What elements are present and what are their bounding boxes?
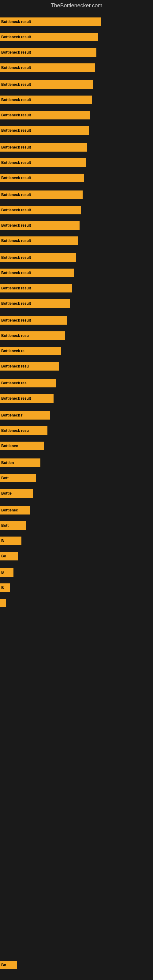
- bar-item: Bottleneck result: [0, 33, 98, 41]
- bar-item: Bottleneck resu: [0, 426, 48, 435]
- bar-item: Bottleneck result: [0, 253, 76, 262]
- bar-item: Bottleneck result: [0, 48, 96, 57]
- bar-item: Bottleneck result: [0, 173, 84, 182]
- bar-item: B: [0, 568, 13, 577]
- bar-item: Bottleneck re: [0, 347, 61, 355]
- bar-item: Bottleneck result: [0, 299, 70, 308]
- bar-item: Bottleneck result: [0, 394, 54, 403]
- bar-item: Bottleneck result: [0, 158, 86, 167]
- bar-item: Bottlenec: [0, 442, 44, 450]
- bar-item: B: [0, 584, 10, 592]
- bar-item: Bottleneck result: [0, 80, 93, 89]
- bar-item: Bott: [0, 474, 36, 482]
- bar-item: Bo: [0, 961, 17, 969]
- bar-item: Bottleneck result: [0, 316, 67, 325]
- bar-item: Bottleneck resu: [0, 331, 65, 340]
- bar-item: Bottleneck result: [0, 18, 101, 26]
- bar-item: [0, 599, 6, 607]
- bar-item: Bott: [0, 521, 26, 530]
- bar-item: Bo: [0, 552, 18, 560]
- bar-item: Bottleneck resu: [0, 362, 59, 371]
- bar-item: Bottleneck res: [0, 379, 56, 387]
- bar-item: Bottleneck result: [0, 126, 89, 135]
- chart-container: Bottleneck resultBottleneck resultBottle…: [0, 11, 153, 976]
- bar-item: Bottlen: [0, 458, 40, 467]
- bar-item: Bottleneck result: [0, 221, 80, 230]
- bar-item: Bottleneck result: [0, 111, 90, 119]
- bar-item: B: [0, 536, 21, 545]
- bar-item: Bottleneck r: [0, 411, 50, 420]
- bar-item: Bottleneck result: [0, 95, 92, 104]
- bar-item: Bottleneck result: [0, 191, 83, 199]
- bar-item: Bottleneck result: [0, 143, 87, 151]
- bar-item: Bottleneck result: [0, 269, 74, 277]
- bar-item: Bottle: [0, 489, 33, 498]
- bar-item: Bottleneck result: [0, 284, 72, 293]
- bar-item: Bottleneck result: [0, 206, 81, 215]
- bar-item: Bottleneck result: [0, 64, 95, 72]
- site-title: TheBottlenecker.com: [0, 0, 153, 11]
- bar-item: Bottlenec: [0, 506, 30, 514]
- bar-item: Bottleneck result: [0, 236, 78, 245]
